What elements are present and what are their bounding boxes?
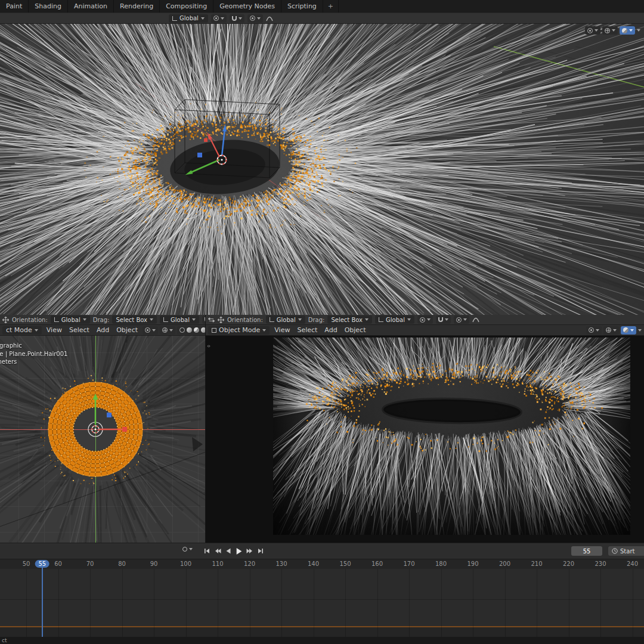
shading-options-caret-icon[interactable] xyxy=(637,29,640,32)
br-header-icons xyxy=(586,326,642,335)
orientation2-value: Global xyxy=(386,317,405,323)
move-tool-icon xyxy=(218,317,224,323)
ruler-frame-220: 220 xyxy=(563,561,574,567)
snapping-dropdown[interactable] xyxy=(230,14,244,23)
br-pivot-dropdown[interactable] xyxy=(417,315,433,324)
timeline-gridline xyxy=(473,569,473,637)
br-proportional-dropdown[interactable] xyxy=(454,315,469,324)
ruler-frame-230: 230 xyxy=(595,561,606,567)
tab-rendering[interactable]: Rendering xyxy=(114,0,160,13)
blender-window: PaintShadingAnimationRenderingCompositin… xyxy=(0,0,644,644)
shading-mode-dropdown[interactable] xyxy=(620,26,635,35)
br-drag-select[interactable]: Select Box xyxy=(327,315,372,324)
bl-drag-select[interactable]: Select Box xyxy=(112,315,157,324)
jump-to-start-button[interactable] xyxy=(202,546,212,556)
ruler-frame-180: 180 xyxy=(435,561,447,567)
swap-arrows-icon[interactable] xyxy=(208,317,215,323)
timeline-gridline xyxy=(633,569,633,637)
timeline-tracks[interactable] xyxy=(0,569,644,637)
bl-show-gizmo-dropdown[interactable] xyxy=(143,326,158,335)
bl-viewport-body[interactable]: ographic ne | Plane.Point.Hair001 meters xyxy=(0,336,205,543)
menu-view[interactable]: View xyxy=(271,326,293,335)
menu-select[interactable]: Select xyxy=(293,326,321,335)
current-frame-field[interactable]: 55 xyxy=(571,546,602,556)
ruler-frame-120: 120 xyxy=(244,561,255,567)
br-viewport-body[interactable]: ‹› xyxy=(206,336,644,543)
bl-show-overlays-dropdown[interactable] xyxy=(160,326,175,335)
material-shading-icon[interactable] xyxy=(194,327,199,333)
menu-add[interactable]: Add xyxy=(93,326,113,335)
add-workspace-button[interactable]: + xyxy=(323,0,339,13)
wireframe-shading-icon[interactable] xyxy=(179,327,185,333)
show-overlays-icon xyxy=(606,327,611,333)
chevron-down-icon xyxy=(613,329,617,332)
camera-view-canvas[interactable] xyxy=(273,338,630,535)
ruler-frame-160: 160 xyxy=(371,561,383,567)
viewport-3d-top[interactable] xyxy=(0,24,644,315)
menu-object[interactable]: Object xyxy=(113,326,141,335)
shading-options-caret-icon[interactable] xyxy=(638,329,642,332)
start-frame-field[interactable]: Start xyxy=(608,546,644,556)
chevron-down-icon xyxy=(407,318,411,321)
orientation-axis-icon xyxy=(270,317,274,322)
previous-keyframe-button[interactable] xyxy=(212,546,222,556)
snap-magnet-icon xyxy=(205,317,205,322)
rendered-shading-icon[interactable] xyxy=(201,327,205,333)
auto-keyframe-button[interactable] xyxy=(182,547,193,552)
chevron-down-icon xyxy=(83,318,86,321)
menu-add[interactable]: Add xyxy=(321,326,340,335)
viewport-3d-canvas[interactable] xyxy=(0,24,644,315)
br-show-gizmo-dropdown[interactable] xyxy=(586,326,602,335)
orientation-value: Global xyxy=(277,317,296,323)
play-button[interactable] xyxy=(234,546,244,556)
chevron-down-icon xyxy=(239,17,242,20)
ruler-frame-150: 150 xyxy=(339,561,351,567)
menu-select[interactable]: Select xyxy=(66,326,93,335)
tab-animation[interactable]: Animation xyxy=(68,0,114,13)
ruler-frame-130: 130 xyxy=(275,561,287,567)
timeline-gridline xyxy=(281,569,282,637)
br-orientation2-select[interactable]: Global xyxy=(375,315,414,324)
play-reverse-button[interactable] xyxy=(223,546,233,556)
proportional-editing-dropdown[interactable] xyxy=(247,14,263,23)
menu-view[interactable]: View xyxy=(43,326,66,335)
tab-shading[interactable]: Shading xyxy=(29,0,68,13)
br-show-overlays-dropdown[interactable] xyxy=(603,326,619,335)
viewport-topview-area: Orientation: Global Drag: Select Box Glo… xyxy=(0,315,206,543)
jump-to-end-button[interactable] xyxy=(255,546,265,556)
timeline-ruler[interactable]: 5060708090100110120130140150160170180190… xyxy=(0,559,644,569)
mode-value: ct Mode xyxy=(6,326,32,334)
br-snapping-dropdown[interactable] xyxy=(436,315,451,324)
move-tool-icon xyxy=(2,317,9,323)
br-shading-mode-dropdown[interactable] xyxy=(621,326,636,335)
tab-compositing[interactable]: Compositing xyxy=(160,0,213,13)
bl-orientation2-select[interactable]: Global xyxy=(160,315,199,324)
br-mode-select[interactable]: Object Mode xyxy=(208,326,270,335)
next-keyframe-button[interactable] xyxy=(244,546,255,556)
pivot-point-dropdown[interactable] xyxy=(211,14,227,23)
timeline-gridline xyxy=(186,569,187,637)
bl-header-icons xyxy=(143,326,205,335)
bl-orientation-select[interactable]: Global xyxy=(51,315,90,324)
br-orientation-select[interactable]: Global xyxy=(266,315,305,324)
drag-value: Select Box xyxy=(331,317,363,323)
tab-geometry-nodes[interactable]: Geometry Nodes xyxy=(213,0,281,13)
timeline-gridline xyxy=(122,569,123,637)
playhead-line[interactable] xyxy=(42,567,43,637)
transform-orientation-select[interactable]: Global xyxy=(169,14,208,23)
playhead-label[interactable]: 55 xyxy=(35,560,49,568)
solid-shading-icon[interactable] xyxy=(187,327,192,333)
tab-scripting[interactable]: Scripting xyxy=(281,0,323,13)
bl-mode-select[interactable]: ct Mode xyxy=(2,326,42,335)
menu-object[interactable]: Object xyxy=(341,326,370,335)
tab-paint[interactable]: Paint xyxy=(0,0,29,13)
bl-snapping-dropdown[interactable] xyxy=(202,315,205,324)
topview-canvas[interactable] xyxy=(0,336,205,543)
material-preview-icon xyxy=(622,28,627,33)
region-toggle-icon[interactable]: ‹› xyxy=(207,343,210,349)
drag-label: Drag: xyxy=(93,317,110,323)
timeline-gridline xyxy=(377,569,378,637)
show-overlays-dropdown[interactable] xyxy=(602,26,618,35)
show-gizmo-dropdown[interactable] xyxy=(585,26,600,35)
object-mode-icon xyxy=(212,328,216,333)
